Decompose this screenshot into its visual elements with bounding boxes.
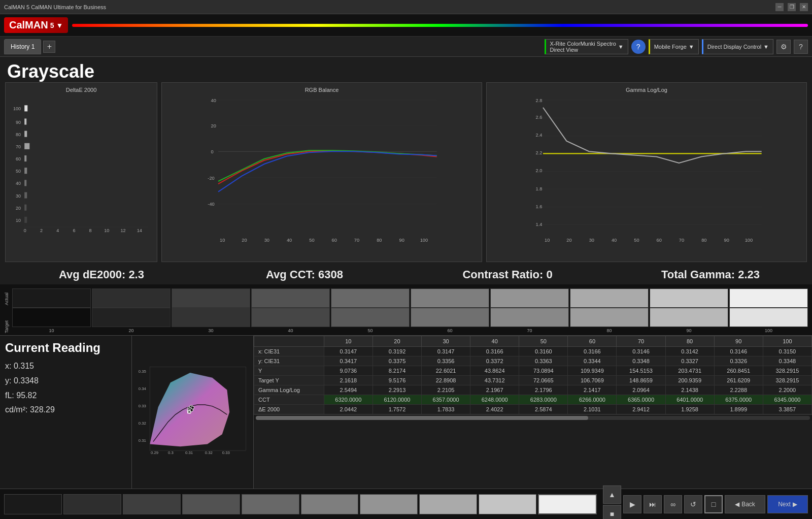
table-cell: 0.3326 [714,356,763,366]
gear-button[interactable]: ⚙ [776,40,791,54]
refresh-button[interactable]: ↺ [684,495,702,513]
swatch-30: 30 [172,288,250,333]
restore-button[interactable]: ❐ [788,3,796,11]
swatch-20: 20 [92,288,171,333]
table-row-label: Y [254,366,324,376]
table-col-30: 30 [422,336,470,347]
logo-text: CalMAN [9,19,48,31]
svg-rect-21 [24,118,26,124]
table-cell: 2.0442 [324,405,373,414]
nav-swatch-70[interactable] [360,494,418,514]
svg-text:0.31: 0.31 [139,438,146,443]
table-cell: 2.0964 [617,385,665,395]
stop-button[interactable]: ■ [603,505,621,520]
svg-text:2: 2 [40,228,43,233]
scrollbar-thumb[interactable] [256,416,588,420]
table-cell: 2.2913 [373,385,421,395]
nav-swatch-20[interactable] [63,494,121,514]
table-cell: 2.1967 [470,385,519,395]
tab-label: History 1 [11,43,35,50]
svg-rect-24 [24,155,26,161]
question-button[interactable]: ? [631,40,646,54]
play-button[interactable]: ▶ [623,495,641,513]
logo-dropdown-icon[interactable]: ▼ [56,21,63,29]
rgb-chart-title: RGB Balance [166,87,478,93]
table-row-label: y: CIE31 [254,356,324,366]
nav-swatch-10[interactable] [4,494,62,514]
nav-controls: ▲ ■ ▶ ⏭ ∞ ↺ □ ◀ Back Next ▶ [603,485,808,520]
cie-chart: 0.35 0.34 0.33 0.32 0.31 0.29 0.3 0.31 0… [132,336,254,489]
calman-logo[interactable]: CalMAN 5 ▼ [4,17,68,33]
svg-text:80: 80 [701,238,706,243]
nav-swatch-40[interactable] [182,494,240,514]
tab-history1[interactable]: History 1 [4,39,41,54]
grayscale-title: Grayscale [7,61,94,82]
nav-swatch-80[interactable] [419,494,477,514]
svg-text:2.8: 2.8 [536,98,543,103]
scrollbar-track [256,416,810,420]
table-col-40: 40 [470,336,519,347]
svg-text:14: 14 [137,228,142,233]
swatch-60: 60 [411,288,489,333]
swatch-80: 80 [570,288,649,333]
swatch-10: 10 [12,288,91,333]
nav-swatch-60[interactable] [301,494,359,514]
svg-text:0.33: 0.33 [139,404,146,408]
svg-rect-27 [24,192,27,198]
table-col-80: 80 [665,336,714,347]
nav-swatch-100[interactable] [538,494,597,514]
nav-swatch-90[interactable] [479,494,536,514]
svg-text:70: 70 [679,238,684,243]
close-button[interactable]: ✕ [800,3,808,11]
table-cell: 6357.0000 [422,395,470,405]
display-button[interactable]: Direct Display Control ▼ [702,39,773,54]
svg-text:12: 12 [121,228,126,233]
svg-text:60: 60 [657,238,662,243]
svg-text:90: 90 [399,238,404,243]
deltae-chart-title: DeltaE 2000 [10,87,153,93]
back-button[interactable]: ◀ Back [725,495,765,513]
svg-text:0.32: 0.32 [205,450,213,455]
cr-cdm2: cd/m²: 328.29 [5,403,126,417]
table-col-10: 10 [324,336,373,347]
svg-rect-22 [24,131,27,137]
table-cell: 2.5494 [324,385,373,395]
table-cell: 6266.0000 [568,395,617,405]
horizontal-scrollbar[interactable] [254,414,812,420]
title-bar: CalMAN 5 CalMAN Ultimate for Business ─ … [0,0,812,14]
charts-row: DeltaE 2000 100 90 80 70 60 50 40 30 20 … [0,82,812,265]
svg-text:0.33: 0.33 [222,450,230,455]
window-controls: ─ ❐ ✕ [775,3,808,11]
avg-deltae-stat: Avg dE2000: 2.3 [5,268,198,281]
svg-text:20: 20 [16,206,21,211]
table-cell: 261.6209 [714,376,763,385]
svg-text:2.4: 2.4 [536,133,543,138]
help-button[interactable]: ? [794,40,808,54]
tab-add-button[interactable]: + [43,41,55,53]
minimize-button[interactable]: ─ [775,3,784,11]
svg-text:0: 0 [24,228,26,233]
table-cell: 0.3166 [568,347,617,356]
next-button[interactable]: Next ▶ [767,495,808,513]
svg-text:10: 10 [16,218,21,223]
svg-text:1.6: 1.6 [536,204,543,209]
tab-bar: History 1 + X-Rite ColorMunki SpectroDir… [0,37,812,57]
deltae-chart: DeltaE 2000 100 90 80 70 60 50 40 30 20 … [5,82,157,262]
table-cell: 0.3142 [665,347,714,356]
nav-swatch-30[interactable] [123,494,181,514]
swatch-90: 90 [650,288,728,333]
skip-forward-button[interactable]: ⏭ [644,495,662,513]
table-cell: 0.3344 [568,356,617,366]
table-cell: 8.2174 [373,366,421,376]
colorimeter-button[interactable]: X-Rite ColorMunki SpectroDirect View ▼ [545,39,628,54]
stats-row: Avg dE2000: 2.3 Avg CCT: 6308 Contrast R… [0,265,812,284]
table-col-60: 60 [568,336,617,347]
nav-swatch-50[interactable] [242,494,299,514]
actual-label: Actual [4,293,9,305]
table-row: y: CIE310.34170.33750.33560.33720.33630.… [254,356,812,366]
generator-button[interactable]: Mobile Forge ▼ [649,39,699,54]
target-indicator[interactable]: □ [704,495,723,513]
svg-text:100: 100 [13,106,21,111]
table-cell: 328.2915 [763,366,811,376]
infinity-button[interactable]: ∞ [664,495,682,513]
